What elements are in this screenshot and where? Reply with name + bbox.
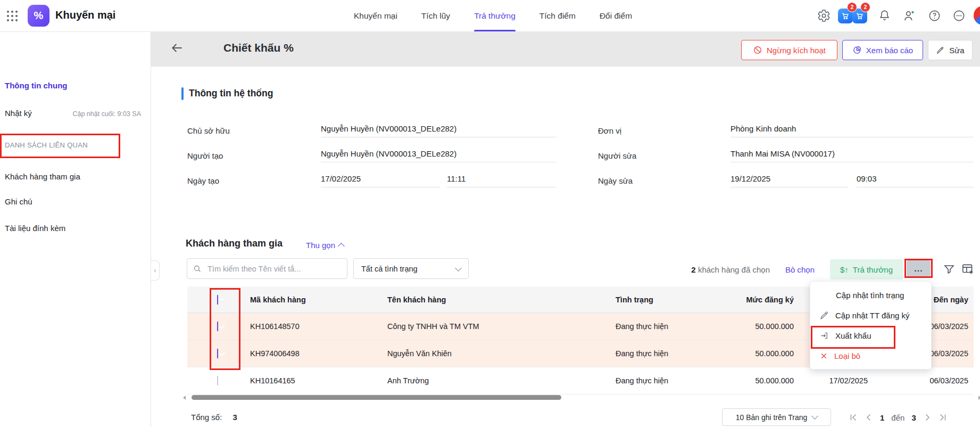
row-checkbox[interactable] (217, 349, 218, 358)
sidebar-item-journal[interactable]: Nhật ký (5, 109, 32, 118)
filter-funnel-icon[interactable] (943, 263, 956, 276)
pay-reward-button[interactable]: $↑ Trả thưởng (830, 259, 903, 280)
cell-to-date: 06/03/2025 (873, 376, 974, 385)
chevron-up-icon (338, 243, 345, 250)
search-input[interactable] (206, 264, 342, 274)
user-avatar[interactable] (974, 6, 980, 25)
tab-doi-diem[interactable]: Đổi điểm (600, 0, 632, 31)
tab-tich-luy[interactable]: Tích lũy (421, 0, 450, 31)
customer-search (187, 258, 347, 279)
status-filter-dropdown[interactable]: Tất cả tình trạng (353, 258, 469, 279)
modified-date-label: Ngày sửa (598, 176, 633, 185)
settings-gear-icon[interactable] (817, 9, 831, 23)
table-row[interactable]: KH10164165 Anh Trường Đang thực hiện 50.… (187, 367, 974, 395)
dollar-up-icon: $↑ (840, 265, 849, 274)
modifier-label: Người sửa (598, 151, 636, 160)
app-launcher-grid-icon[interactable] (5, 9, 19, 23)
deselect-link[interactable]: Bỏ chọn (785, 265, 815, 274)
cell-status: Đang thực hiện (609, 349, 708, 358)
col-header-amount: Mức đăng ký (708, 295, 799, 304)
created-date-value: 17/02/2025 (321, 174, 440, 187)
pencil-icon (936, 46, 945, 55)
total-label: Tổng số: (191, 413, 222, 422)
next-page-icon[interactable] (923, 413, 932, 422)
tab-tra-thuong[interactable]: Trả thưởng (474, 0, 516, 31)
select-all-checkbox[interactable] (217, 295, 218, 305)
col-header-status: Tình trạng (609, 295, 708, 304)
horizontal-scrollbar[interactable] (187, 395, 977, 400)
table-columns-icon[interactable] (961, 262, 975, 276)
add-user-icon[interactable] (902, 9, 916, 23)
tab-khuyen-mai[interactable]: Khuyến mại (354, 0, 397, 31)
more-actions-menu: Cập nhật tình trạng Cập nhật TT đăng ký … (810, 281, 932, 369)
last-page-icon[interactable] (939, 413, 947, 422)
tab-tich-diem[interactable]: Tích điểm (539, 0, 576, 31)
selected-count-number: 2 (691, 265, 695, 274)
ban-icon (753, 45, 762, 55)
total-value: 3 (232, 413, 237, 422)
menu-item-export[interactable]: Xuất khẩu (810, 325, 931, 346)
cell-status: Đang thực hiện (609, 376, 708, 385)
created-time-value: 11:11 (447, 174, 557, 187)
unit-label: Đơn vị (598, 126, 621, 135)
pagination: 1 đến 3 (849, 409, 947, 425)
pie-chart-icon (852, 45, 862, 55)
cell-code: KH974006498 (245, 349, 382, 358)
menu-item-update-status[interactable]: Cập nhật tình trạng (810, 285, 931, 305)
cell-status: Đang thực hiện (609, 322, 708, 331)
scroll-left-arrow-icon[interactable] (183, 396, 186, 400)
cell-name: Công ty TNHH và TM VTM (382, 322, 609, 331)
row-checkbox[interactable] (217, 322, 218, 331)
cell-name: Anh Trường (382, 376, 609, 385)
more-options-icon[interactable] (952, 9, 966, 23)
menu-item-remove[interactable]: Loại bỏ (810, 346, 931, 366)
creator-value: Nguyễn Huyền (NV000013_DELe282) (321, 149, 557, 162)
cell-amount: 50.000.000 (708, 376, 799, 385)
notification-bell-icon[interactable] (878, 9, 892, 23)
view-report-button[interactable]: Xem báo cáo (842, 40, 923, 60)
sidebar-item-notes[interactable]: Ghi chú (5, 197, 32, 206)
collapse-link[interactable]: Thu gọn (306, 241, 344, 250)
help-icon[interactable] (928, 9, 942, 23)
first-page-icon[interactable] (849, 413, 858, 422)
sidebar-collapse-handle[interactable]: ‹ (151, 260, 160, 281)
cell-amount: 50.000.000 (708, 322, 799, 331)
cart-badge-2: 2 (860, 2, 870, 12)
system-info-title: Thông tin hệ thống (189, 88, 273, 99)
more-actions-button[interactable]: ... (907, 260, 931, 277)
modified-time-value: 09:03 (857, 174, 974, 187)
modified-date-value: 19/12/2025 (730, 174, 849, 187)
x-icon (819, 351, 828, 360)
scrollbar-thumb[interactable] (192, 395, 561, 400)
owner-label: Chủ sở hữu (187, 126, 230, 135)
page-size-select[interactable]: 10 Bản ghi trên Trang (722, 408, 831, 426)
topbar: % Khuyến mại Khuyến mại Tích lũy Trả thư… (0, 0, 980, 32)
owner-value: Nguyễn Huyền (NV000013_DELe282) (321, 124, 557, 137)
app-logo: % (28, 5, 49, 27)
row-checkbox[interactable] (217, 376, 218, 385)
cart-badge-1: 2 (847, 2, 857, 12)
chevron-down-icon (455, 265, 462, 272)
back-arrow-icon[interactable] (170, 41, 184, 55)
page-range-from: 1 (880, 413, 884, 422)
pencil-icon (819, 310, 829, 321)
sidebar-item-general-info[interactable]: Thông tin chung (5, 81, 67, 90)
sidebar-section-related: DANH SÁCH LIÊN QUAN (5, 141, 88, 149)
cell-from-date: 17/02/2025 (799, 376, 873, 385)
deactivate-button[interactable]: Ngừng kích hoạt (741, 40, 837, 60)
edit-button[interactable]: Sửa (928, 40, 973, 60)
unit-value: Phòng Kinh doanh (730, 124, 974, 137)
sidebar-item-attachments[interactable]: Tài liệu đính kèm (5, 224, 65, 233)
chevron-down-icon (811, 413, 818, 420)
section-accent-bar (181, 87, 184, 100)
created-date-label: Ngày tạo (187, 176, 219, 185)
logo-percent-glyph: % (34, 10, 44, 22)
app-title: Khuyến mại (55, 9, 115, 21)
prev-page-icon[interactable] (865, 413, 873, 422)
cell-code: KH10164165 (245, 376, 382, 385)
menu-item-update-registration[interactable]: Cập nhật TT đăng ký (810, 305, 931, 325)
col-header-name: Tên khách hàng (382, 295, 609, 304)
sidebar-item-customers[interactable]: Khách hàng tham gia (5, 172, 80, 181)
page-title: Chiết khấu % (223, 42, 294, 54)
search-icon (193, 264, 202, 274)
